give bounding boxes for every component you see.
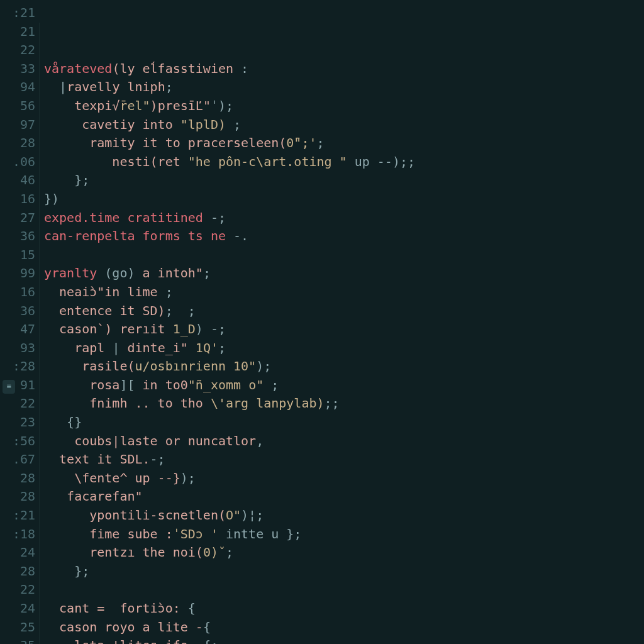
token: u/osbınrienn 10" <box>135 358 257 374</box>
code-line[interactable]: neaiɔ̀"in lime ; <box>44 283 644 302</box>
code-line[interactable]: cason`) rerıit 1_D) -; <box>44 320 644 339</box>
line-number: 93 <box>0 339 35 358</box>
token: }; <box>44 564 89 579</box>
code-line[interactable]: vårateved(ly eĺfasstiwien : <box>44 60 644 79</box>
token: -; <box>211 210 226 225</box>
token: (go) <box>104 265 135 280</box>
line-number: 15 <box>0 246 35 265</box>
token: | <box>112 340 119 355</box>
token: ; <box>226 545 233 560</box>
token: coubs|laste or nuncatlor <box>44 433 256 448</box>
token: | <box>59 79 67 94</box>
code-line[interactable]: nesti(ret "he pôn-c\art.oting " up --);; <box>44 153 644 172</box>
fold-guide <box>39 23 40 644</box>
line-number: 28 <box>0 487 35 506</box>
line-number: :28 <box>0 357 35 376</box>
code-line[interactable]: rosa][ in to0"ñ_xomm o" ; <box>44 376 644 395</box>
line-number: :18 <box>0 525 35 544</box>
code-line[interactable]: |ravelly lniph; <box>44 78 644 97</box>
code-line[interactable]: rasile(u/osbınrienn 10"); <box>44 357 644 376</box>
line-number: 22 <box>0 41 35 60</box>
code-line[interactable]: rapl | dinte_i" 1Q'; <box>44 339 644 358</box>
code-line[interactable] <box>44 580 644 599</box>
code-line[interactable] <box>44 246 644 265</box>
token: \'arg lanpylab) <box>211 396 325 411</box>
code-line[interactable]: facarefan" <box>44 487 644 506</box>
token: exped.time cratitined <box>44 210 211 225</box>
code-area[interactable]: vårateved(ly eĺfasstiwien : |ravelly lni… <box>44 4 644 644</box>
line-number: 23 <box>0 413 35 432</box>
token: ][ <box>119 377 135 392</box>
code-line[interactable]: text it SDL.-; <box>44 450 644 469</box>
code-line[interactable]: ramity it to pracerseleen(0̄";'; <box>44 134 644 153</box>
code-line[interactable]: can-renpelta forms ts ne -. <box>44 227 644 246</box>
code-line[interactable]: fime sube :ˈSDɔ ' intte u }; <box>44 525 644 544</box>
code-line[interactable]: texpi√r̄el")presīĽ"ˈ); <box>44 97 644 116</box>
code-line[interactable]: }; <box>44 562 644 581</box>
code-line[interactable]: cason royo a lite -{ <box>44 618 644 637</box>
token: cant = fortiɔ̀o: <box>44 601 188 616</box>
code-line[interactable]: \fente^ up --}); <box>44 469 644 488</box>
token: {} <box>44 414 82 430</box>
code-line[interactable]: exped.time cratitined -; <box>44 209 644 228</box>
token: 0)ˇ <box>203 545 226 560</box>
code-editor[interactable]: :2121223394569728.0646162736159916364793… <box>0 0 644 644</box>
code-line[interactable]: {} <box>44 413 644 432</box>
line-number: 16 <box>0 190 35 209</box>
code-line[interactable]: lsta 'lites_ifo. {; <box>44 636 644 644</box>
line-number: .67 <box>0 450 35 469</box>
token: "he pôn-c\art.oting " <box>188 154 347 169</box>
line-number: 24 <box>0 599 35 618</box>
token: rapl <box>44 340 112 355</box>
line-number: 25 <box>0 618 35 637</box>
token: (ly eĺfasstiwien <box>112 61 241 76</box>
token: ypontili-scnetlen( <box>44 508 226 523</box>
line-number: 56 <box>0 97 35 116</box>
line-number: :21 <box>0 506 35 525</box>
token: "ñ_xomm o" <box>188 377 264 392</box>
line-number: :56 <box>0 432 35 451</box>
code-line[interactable]: cant = fortiɔ̀o: { <box>44 599 644 618</box>
token: vårateved <box>44 61 112 76</box>
token: "lplD) <box>180 117 226 132</box>
token: \fente^ up --} <box>44 470 180 486</box>
code-line[interactable]: fnimh .. to tho \'arg lanpylab);; <box>44 394 644 413</box>
token: { <box>203 619 211 635</box>
token: -; <box>150 452 165 467</box>
line-number: 27 <box>0 209 35 228</box>
line-number: 97 <box>0 116 35 135</box>
token: in to0 <box>135 377 188 392</box>
line-number: 33 <box>0 60 35 79</box>
code-line[interactable]: entence it SD); ; <box>44 302 644 321</box>
code-line[interactable]: coubs|laste or nuncatlor, <box>44 432 644 451</box>
token: r̄el" <box>119 98 150 113</box>
token: neaiɔ̀"in lime <box>44 284 165 299</box>
line-number: 36 <box>0 302 35 321</box>
gutter-marker-icon[interactable]: ≡ <box>3 380 15 394</box>
token: ; <box>165 284 173 299</box>
code-line[interactable]: ypontili-scnetlen(O")¦; <box>44 506 644 525</box>
token: ;; <box>325 396 340 411</box>
token: ; ; <box>165 303 196 318</box>
token: dinte_i" <box>119 340 195 355</box>
token: ˈSDɔ ' <box>173 526 218 541</box>
token: rentzı the noi( <box>44 545 203 560</box>
token: 1_D <box>173 321 196 336</box>
code-line[interactable]: }) <box>44 190 644 209</box>
code-line[interactable]: }; <box>44 171 644 190</box>
token: a intoh" <box>135 265 203 280</box>
token: -. <box>233 228 248 243</box>
token: nesti(ret <box>44 154 188 169</box>
code-line[interactable]: cavetiy into "lplD) ; <box>44 116 644 135</box>
token: text it SDL. <box>44 452 150 467</box>
line-number: 47 <box>0 320 35 339</box>
token: 0̄";' <box>286 135 316 150</box>
code-line[interactable]: rentzı the noi(0)ˇ; <box>44 543 644 562</box>
line-number: 22 <box>0 580 35 599</box>
token: : <box>241 61 248 76</box>
token: ; <box>226 117 241 132</box>
code-line[interactable]: yranlty (go) a intoh"; <box>44 264 644 283</box>
token: up --);; <box>347 154 415 169</box>
token: ); <box>180 470 196 486</box>
line-number: 94 <box>0 78 35 97</box>
